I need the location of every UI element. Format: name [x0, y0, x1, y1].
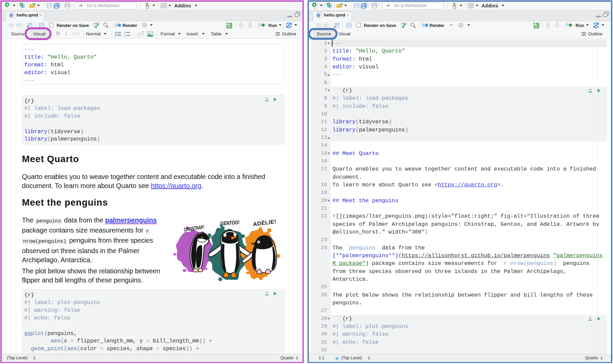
svg-text:ABC: ABC: [401, 22, 407, 25]
svg-text:1: 1: [124, 31, 126, 34]
svg-text:2: 2: [124, 34, 126, 37]
svg-text:ABC: ABC: [94, 22, 100, 25]
svg-text:GENTOO!: GENTOO!: [220, 219, 240, 226]
svg-text:ADÉLIE!: ADÉLIE!: [253, 218, 276, 227]
